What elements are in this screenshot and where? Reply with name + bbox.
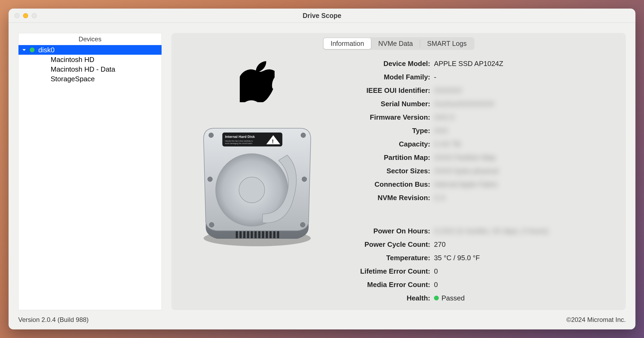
segmented-control: Information NVMe Data SMART Logs — [323, 37, 474, 50]
info-value: X.XX TB — [434, 140, 460, 148]
info-value: XxxXxxXXXXXXXX — [434, 100, 494, 108]
svg-rect-10 — [269, 231, 272, 238]
info-value: 0 — [434, 267, 438, 275]
info-row-ieee-oui: IEEE OUI Identifier: XXXXXX — [332, 84, 615, 97]
footer: Version 2.0.4 (Build 988) ©2024 Micromat… — [9, 313, 635, 329]
device-name: disk0 — [38, 46, 55, 54]
info-label: Health: — [332, 294, 434, 302]
volume-name: Macintosh HD — [51, 56, 94, 64]
info-value: Passed — [434, 294, 465, 302]
info-row-temperature: Temperature: 35 °C / 95.0 °F — [332, 251, 615, 264]
svg-text:avoid damaging the circuit boa: avoid damaging the circuit board. — [225, 142, 253, 145]
main-panel: Information NVMe Data SMART Logs — [171, 33, 626, 310]
svg-point-18 — [300, 222, 305, 227]
info-row-model-family: Model Family: - — [332, 70, 615, 84]
tab-nvme-data[interactable]: NVMe Data — [371, 38, 420, 49]
status-dot-icon — [434, 296, 439, 300]
svg-point-14 — [301, 133, 306, 138]
svg-rect-9 — [266, 231, 268, 238]
svg-point-16 — [302, 177, 307, 182]
info-label: Lifetime Error Count: — [332, 267, 434, 275]
info-value: 270 — [434, 240, 445, 249]
info-label: NVMe Revision: — [332, 194, 434, 202]
info-label: Connection Bus: — [332, 180, 434, 189]
device-row-disk0[interactable]: disk0 — [18, 45, 162, 55]
content-area: Devices disk0 Macintosh HD Macintosh HD … — [9, 23, 635, 313]
info-row-sector-sizes: Sector Sizes: XXXX bytes physical — [332, 164, 615, 178]
info-value: 0 — [434, 281, 438, 289]
info-row-media-error-count: Media Error Count: 0 — [332, 278, 615, 291]
svg-rect-12 — [277, 231, 279, 238]
info-value: XXX.X — [434, 113, 455, 122]
info-row-health: Health: Passed — [332, 291, 615, 305]
info-value: XXXXXX — [434, 86, 462, 95]
tab-smart-logs[interactable]: SMART Logs — [420, 38, 474, 49]
info-value: 35 °C / 95.0 °F — [434, 254, 480, 262]
info-value: X.X — [434, 194, 445, 202]
info-label: Serial Number: — [332, 100, 434, 108]
tabs-row: Information NVMe Data SMART Logs — [171, 33, 626, 50]
info-value: XXXX Partition Map — [434, 153, 496, 162]
hard-drive-icon: Internal Hard Disk Handle this hard driv… — [198, 123, 316, 251]
info-value: APPLE SSD AP1024Z — [434, 60, 503, 68]
info-label: Power Cycle Count: — [332, 240, 434, 249]
info-row-capacity: Capacity: X.XX TB — [332, 137, 615, 151]
svg-rect-11 — [273, 231, 275, 238]
info-label: Model Family: — [332, 73, 434, 81]
titlebar: Drive Scope — [9, 9, 635, 23]
svg-rect-6 — [254, 231, 257, 238]
svg-point-13 — [209, 133, 214, 138]
chevron-down-icon[interactable] — [22, 47, 27, 52]
info-value: XXX — [434, 127, 448, 135]
svg-point-25 — [239, 177, 265, 203]
info-label: Power On Hours: — [332, 227, 434, 235]
info-row-connection-bus: Connection Bus: Internal Apple Fabric — [332, 178, 615, 191]
svg-text:!: ! — [272, 138, 274, 144]
illustration-column: Internal Hard Disk Handle this hard driv… — [182, 55, 332, 305]
volume-name: Macintosh HD - Data — [51, 65, 115, 74]
version-text: Version 2.0.4 (Build 988) — [18, 316, 89, 324]
svg-rect-4 — [247, 231, 249, 238]
copyright-text: ©2024 Micromat Inc. — [566, 316, 626, 324]
svg-rect-2 — [239, 231, 242, 238]
devices-sidebar: Devices disk0 Macintosh HD Macintosh HD … — [18, 33, 162, 310]
info-row-power-on-hours: Power On Hours: X,XXX (X months, XX days… — [332, 224, 615, 238]
info-label: IEEE OUI Identifier: — [332, 86, 434, 95]
info-row-power-cycle-count: Power Cycle Count: 270 — [332, 238, 615, 251]
volume-row[interactable]: StorageSpace — [18, 74, 162, 84]
svg-point-17 — [209, 222, 214, 227]
svg-text:Internal Hard Disk: Internal Hard Disk — [225, 135, 255, 139]
tab-information[interactable]: Information — [324, 38, 371, 49]
info-value: X,XXX (X months, XX days, X hours) — [434, 227, 548, 235]
info-row-lifetime-error-count: Lifetime Error Count: 0 — [332, 264, 615, 278]
info-column: Device Model: APPLE SSD AP1024Z Model Fa… — [332, 55, 615, 305]
svg-text:Handle this hard drive careful: Handle this hard drive carefully to — [225, 140, 253, 142]
info-label: Sector Sizes: — [332, 167, 434, 175]
info-row-nvme-revision: NVMe Revision: X.X — [332, 191, 615, 204]
sidebar-header: Devices — [18, 33, 162, 45]
info-label: Temperature: — [332, 254, 434, 262]
info-label: Partition Map: — [332, 153, 434, 162]
volume-row[interactable]: Macintosh HD — [18, 55, 162, 64]
info-row-partition-map: Partition Map: XXXX Partition Map — [332, 151, 615, 164]
svg-point-15 — [208, 177, 212, 182]
volume-row[interactable]: Macintosh HD - Data — [18, 64, 162, 74]
info-label: Firmware Version: — [332, 113, 434, 122]
info-row-serial-number: Serial Number: XxxXxxXXXXXXXX — [332, 97, 615, 111]
info-row-device-model: Device Model: APPLE SSD AP1024Z — [332, 57, 615, 70]
app-window: Drive Scope Devices disk0 Macintosh HD M… — [9, 9, 635, 329]
window-title: Drive Scope — [9, 12, 635, 20]
info-row-type: Type: XXX — [332, 124, 615, 137]
svg-rect-3 — [243, 231, 245, 238]
svg-rect-8 — [262, 231, 264, 238]
info-value: Internal Apple Fabric — [434, 180, 498, 189]
info-label: Type: — [332, 127, 434, 135]
apple-logo-icon — [240, 61, 275, 104]
info-label: Media Error Count: — [332, 281, 434, 289]
status-dot-icon — [30, 47, 35, 52]
svg-rect-1 — [236, 231, 238, 238]
svg-rect-5 — [251, 231, 253, 238]
device-tree: disk0 Macintosh HD Macintosh HD - Data S… — [18, 45, 162, 310]
info-value: XXXX bytes physical — [434, 167, 498, 175]
section-gap — [332, 204, 615, 224]
